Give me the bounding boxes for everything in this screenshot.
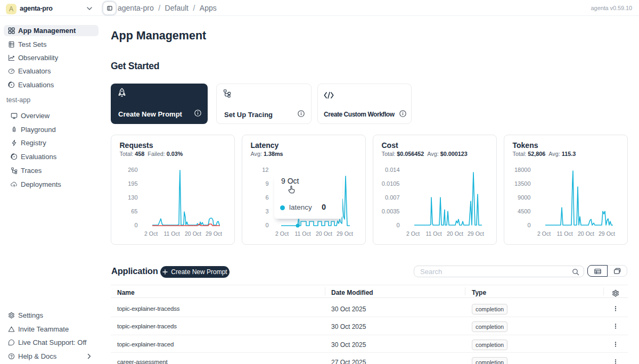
svg-text:65: 65 xyxy=(131,208,137,214)
svg-text:11 Oct: 11 Oct xyxy=(163,230,179,237)
svg-text:0.0035: 0.0035 xyxy=(382,208,400,214)
svg-text:29 Oct: 29 Oct xyxy=(599,230,615,237)
svg-text:130: 130 xyxy=(128,194,137,201)
svg-text:6: 6 xyxy=(265,194,268,201)
svg-text:0: 0 xyxy=(134,222,137,228)
svg-text:11 Oct: 11 Oct xyxy=(425,230,441,237)
svg-text:11 Oct: 11 Oct xyxy=(294,230,310,237)
svg-text:29 Oct: 29 Oct xyxy=(468,230,484,237)
svg-text:0.014: 0.014 xyxy=(385,167,400,173)
svg-text:2 Oct: 2 Oct xyxy=(406,230,420,237)
svg-text:11 Oct: 11 Oct xyxy=(556,230,572,237)
svg-text:20 Oct: 20 Oct xyxy=(447,230,463,237)
svg-text:2 Oct: 2 Oct xyxy=(537,230,551,237)
svg-text:195: 195 xyxy=(128,180,137,187)
svg-text:9: 9 xyxy=(265,180,268,187)
svg-text:260: 260 xyxy=(128,167,137,173)
svg-text:0: 0 xyxy=(265,222,268,228)
svg-text:4500: 4500 xyxy=(518,208,530,214)
svg-text:9000: 9000 xyxy=(518,194,530,201)
svg-text:20 Oct: 20 Oct xyxy=(316,230,332,237)
svg-text:2 Oct: 2 Oct xyxy=(275,230,289,237)
svg-text:20 Oct: 20 Oct xyxy=(185,230,201,237)
svg-text:13500: 13500 xyxy=(514,180,531,187)
svg-text:18000: 18000 xyxy=(514,167,531,173)
svg-text:12: 12 xyxy=(262,167,268,173)
svg-text:0: 0 xyxy=(527,222,530,228)
svg-text:20 Oct: 20 Oct xyxy=(578,230,594,237)
svg-text:0: 0 xyxy=(396,222,399,228)
svg-text:0.0105: 0.0105 xyxy=(382,180,400,187)
svg-text:2 Oct: 2 Oct xyxy=(144,230,158,237)
svg-text:29 Oct: 29 Oct xyxy=(337,230,353,237)
svg-text:0.007: 0.007 xyxy=(385,194,400,201)
svg-text:29 Oct: 29 Oct xyxy=(206,230,222,237)
svg-text:3: 3 xyxy=(265,208,268,214)
